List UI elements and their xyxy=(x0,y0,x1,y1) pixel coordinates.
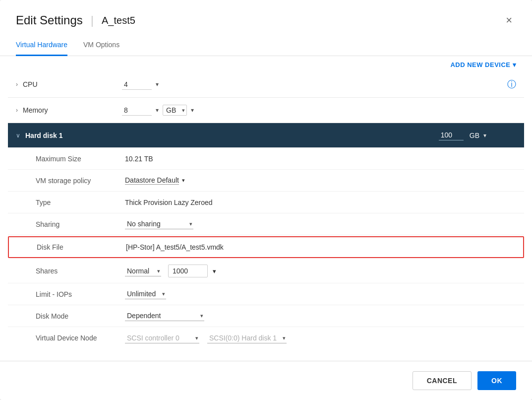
dialog-subtitle: A_test5 xyxy=(102,15,135,26)
ok-button[interactable]: OK xyxy=(477,371,516,390)
sharing-row: Sharing No sharing Read-only sharing xyxy=(8,213,524,235)
shares-label: Shares xyxy=(36,267,125,275)
add-new-device-button[interactable]: ADD NEW DEVICE ▾ xyxy=(450,61,516,68)
tab-virtual-hardware[interactable]: Virtual Hardware xyxy=(16,35,67,56)
hard-disk-expand-icon: ∨ xyxy=(16,132,20,139)
limit-row: Limit - IOPs Unlimited Custom xyxy=(8,283,524,305)
memory-gb-arrow: ▾ xyxy=(191,107,194,114)
add-new-device-label: ADD NEW DEVICE xyxy=(450,61,510,68)
chevron-down-icon: ▾ xyxy=(513,61,517,68)
disk-mode-select[interactable]: Dependent Independent - Persistent Indep… xyxy=(125,311,204,321)
hard-disk-value-wrapper: GB ▾ xyxy=(439,130,486,140)
cpu-label: CPU xyxy=(23,80,122,88)
hardware-content: › CPU ▾ ⓘ › Memory ▾ GB MB ▾ xyxy=(0,71,532,361)
storage-policy-value-wrapper: Datastore Default ▾ xyxy=(125,176,185,185)
disk-mode-label: Disk Mode xyxy=(36,312,125,320)
cpu-dropdown-icon: ▾ xyxy=(156,81,159,88)
hard-disk-size-input[interactable] xyxy=(439,130,464,140)
shares-row: Shares Normal Low High Custom 1000 ▾ xyxy=(8,259,524,283)
toolbar: ADD NEW DEVICE ▾ xyxy=(0,56,532,71)
limit-value-wrapper: Unlimited Custom xyxy=(125,289,166,299)
memory-value-wrapper: ▾ GB MB ▾ xyxy=(122,105,194,116)
sharing-value-wrapper: No sharing Read-only sharing xyxy=(125,219,193,229)
memory-unit-select[interactable]: GB MB xyxy=(163,105,187,116)
type-row: Type Thick Provision Lazy Zeroed xyxy=(8,192,524,213)
limit-select-wrapper: Unlimited Custom xyxy=(125,289,166,299)
shares-value: 1000 xyxy=(173,267,188,275)
storage-policy-value[interactable]: Datastore Default xyxy=(125,176,179,185)
memory-row-header[interactable]: › Memory ▾ GB MB ▾ xyxy=(8,98,524,123)
storage-policy-label: VM storage policy xyxy=(36,177,125,185)
hard-disk-row-header[interactable]: ∨ Hard disk 1 GB ▾ xyxy=(8,123,524,148)
dialog-title: Edit Settings xyxy=(16,13,83,27)
close-button[interactable]: × xyxy=(502,12,516,29)
disk-mode-select-wrapper: Dependent Independent - Persistent Indep… xyxy=(125,311,204,321)
limit-select[interactable]: Unlimited Custom xyxy=(125,289,166,299)
type-label: Type xyxy=(36,199,125,206)
shares-mode-select-wrapper: Normal Low High Custom xyxy=(125,266,161,276)
memory-value-input[interactable] xyxy=(122,105,152,116)
vdn-label: Virtual Device Node xyxy=(36,334,125,342)
disk-file-label: Disk File xyxy=(37,243,126,251)
disk-file-row: Disk File [HP-Stor] A_test5/A_test5.vmdk xyxy=(8,236,524,258)
dialog-footer: CANCEL OK xyxy=(0,361,532,400)
sharing-select-wrapper: No sharing Read-only sharing xyxy=(125,219,193,229)
shares-value-dropdown-icon: ▾ xyxy=(213,267,216,275)
type-value: Thick Provision Lazy Zeroed xyxy=(125,199,213,206)
cpu-value-input[interactable] xyxy=(122,79,152,90)
cpu-row-header[interactable]: › CPU ▾ ⓘ xyxy=(8,71,524,98)
tabs-bar: Virtual Hardware VM Options xyxy=(0,35,532,56)
shares-value-wrapper: Normal Low High Custom 1000 ▾ xyxy=(125,265,216,277)
memory-expand-icon: › xyxy=(16,107,18,114)
memory-label: Memory xyxy=(23,106,122,114)
max-size-row: Maximum Size 10.21 TB xyxy=(8,148,524,170)
sharing-label: Sharing xyxy=(36,220,125,228)
storage-policy-row: VM storage policy Datastore Default ▾ xyxy=(8,170,524,192)
disk-mode-row: Disk Mode Dependent Independent - Persis… xyxy=(8,305,524,327)
edit-settings-dialog: Edit Settings | A_test5 × Virtual Hardwa… xyxy=(0,0,532,400)
vdn-disk-select-wrapper: SCSI(0:0) Hard disk 1 xyxy=(207,333,287,343)
shares-value-box: 1000 xyxy=(168,265,208,277)
hard-disk-sub-rows: Maximum Size 10.21 TB VM storage policy … xyxy=(8,148,524,349)
vdn-controller-select-wrapper: SCSI controller 0 xyxy=(125,333,199,343)
vdn-disk-select[interactable]: SCSI(0:0) Hard disk 1 xyxy=(207,333,287,343)
vdn-controller-select[interactable]: SCSI controller 0 xyxy=(125,333,199,343)
cpu-info-icon[interactable]: ⓘ xyxy=(507,78,516,90)
cpu-expand-icon: › xyxy=(16,81,18,88)
memory-gb-wrapper: GB MB xyxy=(163,105,187,116)
disk-mode-value-wrapper: Dependent Independent - Persistent Indep… xyxy=(125,311,204,321)
storage-policy-dropdown-icon: ▾ xyxy=(182,177,185,184)
sharing-select[interactable]: No sharing Read-only sharing xyxy=(125,219,193,229)
hard-disk-label: Hard disk 1 xyxy=(25,132,124,139)
dialog-header: Edit Settings | A_test5 × xyxy=(0,0,532,29)
disk-file-value: [HP-Stor] A_test5/A_test5.vmdk xyxy=(126,243,224,251)
shares-mode-select[interactable]: Normal Low High Custom xyxy=(125,266,161,276)
vdn-value-wrapper: SCSI controller 0 SCSI(0:0) Hard disk 1 xyxy=(125,333,287,343)
tab-vm-options[interactable]: VM Options xyxy=(83,35,119,56)
limit-label: Limit - IOPs xyxy=(36,290,125,298)
hard-disk-unit-dropdown: ▾ xyxy=(483,132,486,139)
max-size-label: Maximum Size xyxy=(36,155,125,163)
vdn-row: Virtual Device Node SCSI controller 0 SC… xyxy=(8,327,524,349)
dialog-separator: | xyxy=(91,13,94,27)
hard-disk-unit-label: GB xyxy=(470,132,479,139)
memory-unit-dropdown-icon: ▾ xyxy=(156,107,159,114)
max-size-value: 10.21 TB xyxy=(125,155,153,163)
cancel-button[interactable]: CANCEL xyxy=(413,371,472,390)
cpu-value-wrapper: ▾ xyxy=(122,79,159,90)
